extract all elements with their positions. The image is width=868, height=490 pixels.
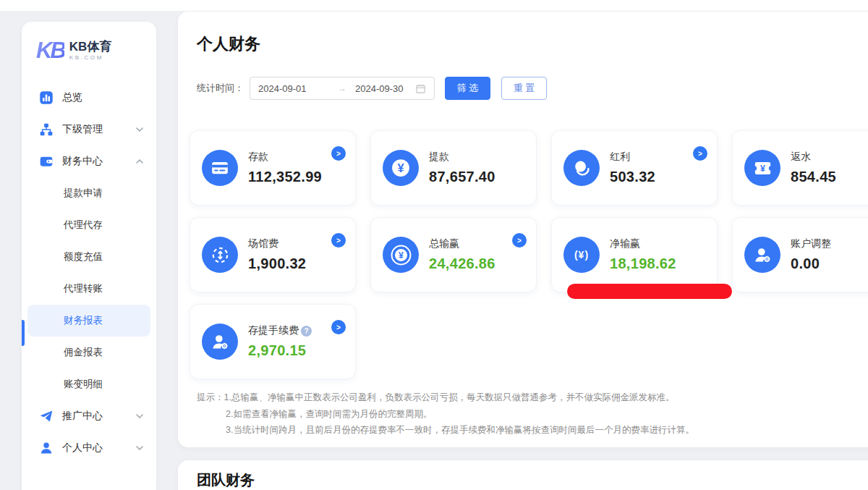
stat-card-value: 854.45 [791, 169, 836, 185]
stat-card-value: 24,426.86 [429, 255, 495, 272]
net-winloss-yen-icon: (¥) [563, 237, 600, 273]
sidebar-item-5[interactable]: 额度充值 [22, 241, 156, 273]
sidebar-item-label: 推广中心 [62, 410, 103, 423]
calendar-icon[interactable] [415, 83, 426, 94]
stat-card-value: 2,970.15 [248, 342, 312, 359]
sidebar-item-6[interactable]: 代理转账 [22, 273, 156, 305]
active-item-indicator [22, 320, 25, 346]
arrow-right-icon[interactable]: > [512, 233, 527, 248]
sidebar-item-label: 代理转账 [64, 282, 103, 295]
svg-text:¥: ¥ [399, 250, 404, 261]
stat-card-1: ¥提款87,657.40 [370, 130, 537, 206]
sidebar-item-label: 代理代存 [64, 219, 103, 232]
stat-card-label: 存提手续费 [248, 324, 299, 337]
stat-card-label: 红利 [610, 151, 630, 164]
help-icon[interactable]: ? [301, 326, 312, 337]
stat-card-value: 18,198.62 [610, 255, 676, 272]
sidebar-item-4[interactable]: 代理代存 [22, 209, 156, 241]
sidebar: KB KB体育 KB.COM 总览下级管理财务中心提款申请代理代存额度充值代理转… [22, 22, 156, 490]
arrow-right-icon[interactable]: > [693, 146, 707, 161]
note-line-1: 1.总输赢、净输赢中正数表示公司盈利，负数表示公司亏损，每天数据只做普通参考，并… [224, 389, 675, 406]
arrow-right-icon[interactable]: > [331, 233, 346, 248]
overview-chart-icon [39, 90, 54, 105]
promotion-plane-icon [39, 409, 54, 423]
sidebar-item-9[interactable]: 账变明细 [22, 368, 156, 400]
red-highlight-marker [567, 284, 732, 299]
deposit-card-icon [202, 150, 238, 186]
date-range-input[interactable]: 2024-09-01 → 2024-09-30 [250, 77, 435, 100]
stat-card-2: 红利503.32> [551, 130, 718, 206]
stat-card-label: 场馆费 [248, 237, 278, 250]
stat-card-7: 账户调整0.00 [732, 217, 868, 292]
stat-card-3: ¥返水854.45 [732, 130, 868, 206]
notes-prefix: 提示： [197, 389, 224, 406]
sidebar-item-2[interactable]: 财务中心 [22, 145, 156, 177]
team-finance-title: 团队财务 [197, 470, 255, 490]
personal-finance-panel: 个人财务 统计时间： 2024-09-01 → 2024-09-30 筛选 重置… [178, 12, 868, 447]
stat-card-value: 1,900.32 [248, 255, 306, 272]
chevron-down-icon [136, 446, 143, 450]
sidebar-item-1[interactable]: 下级管理 [22, 114, 156, 145]
svg-text:¥: ¥ [760, 164, 765, 174]
finance-wallet-icon [39, 154, 54, 169]
sidebar-item-label: 个人中心 [62, 442, 103, 455]
sidebar-menu: 总览下级管理财务中心提款申请代理代存额度充值代理转账财务报表佣金报表账变明细推广… [22, 82, 156, 464]
chevron-down-icon [136, 414, 143, 418]
account-adjust-user-gear-icon [744, 237, 780, 273]
brand-name: KB体育 [69, 40, 112, 54]
sidebar-item-label: 账变明细 [64, 378, 103, 391]
sidebar-item-0[interactable]: 总览 [22, 82, 156, 114]
page-top-strip [0, 0, 868, 11]
page-title: 个人财务 [197, 33, 260, 55]
stat-card-value: 87,657.40 [429, 169, 495, 185]
stat-card-5: ¥总输赢24,426.86> [370, 217, 537, 292]
stat-card-label: 账户调整 [791, 237, 831, 250]
stat-card-value: 503.32 [610, 169, 655, 185]
withdraw-yen-icon: ¥ [383, 150, 419, 186]
sidebar-item-11[interactable]: 个人中心 [22, 432, 156, 464]
sidebar-item-label: 佣金报表 [64, 346, 103, 359]
brand-domain: KB.COM [69, 54, 112, 61]
brand-logo[interactable]: KB KB体育 KB.COM [22, 22, 156, 62]
bonus-coins-icon [563, 150, 600, 186]
start-date-value[interactable]: 2024-09-01 [258, 83, 333, 94]
stat-card-4: 场馆费1,900.32> [190, 217, 356, 292]
stat-cards-grid: 存款112,352.99>¥提款87,657.40红利503.32>¥返水854… [190, 130, 868, 379]
stat-card-value: 0.00 [791, 255, 831, 272]
sidebar-item-label: 财务报表 [64, 314, 103, 327]
sidebar-item-label: 下级管理 [62, 123, 103, 136]
svg-text:¥: ¥ [397, 161, 404, 174]
date-filter-label: 统计时间： [197, 82, 244, 95]
sidebar-item-3[interactable]: 提款申请 [22, 177, 156, 209]
stat-card-0: 存款112,352.99> [190, 130, 356, 206]
note-line-3: 3.当统计时间跨月，且前后月份的存提费率不一致时，存提手续费和净输赢将按查询时间… [226, 422, 694, 439]
sidebar-item-label: 财务中心 [62, 155, 103, 168]
total-winloss-coin-icon: ¥ [383, 237, 419, 273]
team-finance-panel: 团队财务 [178, 460, 868, 490]
sidebar-item-7[interactable]: 财务报表 [27, 305, 150, 337]
stat-card-8: 存提手续费?2,970.15> [190, 304, 356, 379]
sidebar-item-label: 总览 [62, 91, 82, 104]
sidebar-item-label: 提款申请 [64, 187, 103, 200]
stat-card-label: 总输赢 [429, 237, 459, 250]
stat-card-label: 净输赢 [610, 237, 640, 250]
venue-fee-exchange-icon [202, 237, 238, 273]
sidebar-item-label: 额度充值 [64, 250, 103, 263]
sidebar-item-10[interactable]: 推广中心 [22, 400, 156, 432]
arrow-right-icon[interactable]: > [331, 146, 346, 161]
rebate-ticket-icon: ¥ [744, 150, 780, 186]
chevron-up-icon [136, 159, 143, 164]
chevron-down-icon [136, 127, 143, 132]
range-arrow-icon: → [333, 83, 351, 93]
filter-button[interactable]: 筛选 [445, 77, 490, 100]
note-line-2: 2.如需查看净输赢，查询时间需为月份的完整周期。 [226, 406, 694, 423]
stat-card-6: (¥)净输赢18,198.62 [551, 217, 718, 292]
personal-user-icon [39, 441, 54, 455]
reset-button[interactable]: 重置 [501, 77, 547, 100]
arrow-right-icon[interactable]: > [331, 320, 346, 334]
sidebar-item-8[interactable]: 佣金报表 [22, 337, 156, 368]
end-date-value[interactable]: 2024-09-30 [355, 83, 404, 94]
subordinate-org-icon [39, 122, 54, 137]
stat-card-label: 返水 [791, 151, 811, 164]
notes: 提示： 1.总输赢、净输赢中正数表示公司盈利，负数表示公司亏损，每天数据只做普通… [197, 389, 694, 439]
